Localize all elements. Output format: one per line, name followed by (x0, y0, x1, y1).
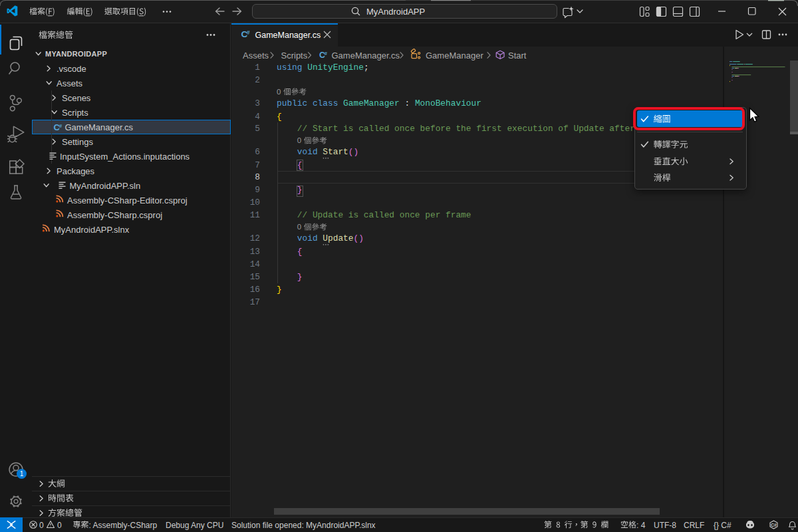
svg-text:C#: C# (771, 523, 777, 527)
svg-text:#: # (247, 29, 250, 36)
svg-text:#: # (59, 123, 63, 129)
svg-text:1: 1 (20, 470, 24, 477)
svg-text:#: # (325, 51, 328, 57)
